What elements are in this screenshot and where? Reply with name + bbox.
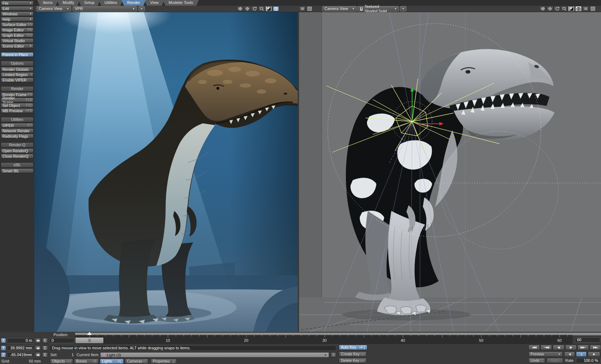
prev-key-button[interactable]: +◀◀ — [541, 345, 552, 350]
y-axis-button[interactable]: Y — [1, 345, 6, 351]
camera-icon[interactable] — [273, 6, 279, 11]
z-axis-button[interactable]: Z — [1, 352, 6, 358]
y-value-field[interactable]: 39.9992 mm — [7, 345, 34, 351]
maximize-icon[interactable] — [590, 6, 596, 11]
tab-items[interactable]: Items — [37, 0, 58, 6]
auto-key-button[interactable]: Auto Key+F1 — [339, 345, 367, 350]
go-first-frame-button[interactable]: |◀◀ — [528, 345, 540, 350]
tab-utilities[interactable]: Utilities — [99, 0, 123, 6]
tab-render[interactable]: Render — [122, 0, 146, 6]
left-viewport-view-dropdown[interactable]: Camera View ▼ — [36, 6, 71, 11]
step-back-button[interactable]: ◀|| — [553, 345, 564, 350]
sidebar-item-smart-ibl[interactable]: Smart IBL — [1, 168, 34, 173]
menu-windows[interactable]: Windows▼ — [1, 11, 34, 16]
sidebar-item-image-editor[interactable]: Image EditorF6 — [1, 28, 34, 32]
current-frame-field[interactable]: 0 — [49, 338, 74, 343]
zoom-icon[interactable] — [258, 6, 265, 11]
rotate-icon[interactable] — [554, 6, 560, 11]
maximize-icon[interactable] — [306, 6, 313, 11]
sidebar-item-mb-preview[interactable]: MB Preview+F9 — [1, 108, 34, 113]
sidebar-item-scene-editor[interactable]: Scene Editor▼ — [1, 44, 34, 48]
menu-help[interactable]: Help▼ — [1, 17, 34, 21]
sidebar-item-render-scene[interactable]: Render SceneF10 — [1, 98, 34, 102]
item-type-lights[interactable]: Lights+L — [100, 359, 124, 364]
ruler-tick — [105, 335, 106, 336]
y-stepper[interactable]: ◀▶ — [35, 345, 41, 351]
pause-button[interactable]: | | — [576, 351, 587, 357]
ruler-tick — [254, 335, 254, 336]
play-forward-button[interactable]: ▶ — [588, 351, 600, 357]
menu-icon[interactable] — [299, 6, 306, 11]
move-icon[interactable] — [547, 6, 553, 11]
menu-edit[interactable]: Edit▼ — [1, 6, 34, 11]
sidebar-item-open-renderq[interactable]: Open RenderQ — [1, 148, 34, 153]
chevron-down-icon: ▼ — [29, 17, 32, 21]
y-envelope-button[interactable]: E — [42, 345, 48, 351]
timeline-ruler[interactable]: 0 102030405060 — [75, 335, 572, 344]
left-viewport-extra-dropdown[interactable]: ▼ — [138, 6, 145, 11]
label: Graph Editor — [3, 33, 24, 38]
step-forward-button[interactable]: ||▶ — [565, 345, 577, 350]
sidebar-item-enable-viper[interactable]: Enable VIPER — [1, 78, 34, 82]
item-type-bones[interactable]: Bones+B — [74, 359, 99, 364]
preview-dropdown[interactable]: Preview ▼ — [528, 351, 563, 357]
item-list-button[interactable]: ▯ — [331, 352, 336, 358]
last-frame-field[interactable]: 60 — [575, 337, 600, 343]
shortcut: +O — [66, 359, 71, 364]
tab-view[interactable]: View — [145, 0, 165, 6]
play-reverse-button[interactable]: ◀ — [564, 351, 575, 357]
undo-button[interactable]: Undo ^Z — [528, 358, 545, 363]
ruler-tick — [419, 335, 419, 336]
x-value-field[interactable]: 0 m — [7, 338, 34, 343]
camera-icon[interactable] — [575, 6, 582, 11]
x-stepper[interactable]: ◀▶ — [35, 338, 41, 343]
z-envelope-button[interactable]: E — [42, 352, 48, 358]
tab-modeler-tools[interactable]: Modeler Tools — [163, 0, 199, 6]
left-viewport-mode-dropdown[interactable]: VPR ▼ — [73, 6, 137, 11]
z-value-field[interactable]: -65.0419mm — [7, 352, 34, 358]
frame-slider-handle[interactable]: 0 — [75, 337, 104, 344]
right-viewport-view-dropdown[interactable]: Camera View ▼ — [322, 6, 357, 11]
go-last-frame-button[interactable]: ▶▶| — [590, 345, 601, 350]
delete-key-button[interactable]: Delete Keydel — [339, 358, 367, 363]
sidebar-item-limited-region[interactable]: Limited Regionl — [1, 72, 34, 77]
rate-value-field[interactable]: 100.0 % — [576, 358, 600, 363]
fit-icon[interactable] — [265, 6, 272, 11]
sidebar-item-viper[interactable]: VIPERF7 — [1, 123, 34, 128]
sidebar-item-close-renderq[interactable]: Close RenderQ — [1, 154, 34, 158]
z-stepper[interactable]: ◀▶ — [35, 352, 41, 358]
sidebar-item-sel-object[interactable]: Sel ObjectF11 — [1, 103, 34, 108]
current-item-dropdown[interactable]: ◀ Light (3) ▼ — [100, 352, 329, 358]
redo-button[interactable]: Redo — [547, 358, 563, 363]
sidebar-item-surface-editor[interactable]: Surface EditorF5 — [1, 22, 34, 27]
next-key-button[interactable]: ▶▶+ — [577, 345, 589, 350]
x-envelope-button[interactable]: E — [42, 338, 48, 343]
sidebar-item-graph-editor[interactable]: Graph Editor^F2 — [1, 33, 34, 38]
menu-icon[interactable] — [582, 6, 589, 11]
camera-viewport-opengl[interactable] — [299, 12, 601, 332]
sidebar-item-parent-in-place[interactable]: Parent in Place — [1, 52, 34, 57]
menu-file[interactable]: File▼ — [1, 1, 34, 5]
status-bar: Drag mouse in view to move selected item… — [49, 345, 336, 351]
rotate-icon[interactable] — [251, 6, 258, 11]
fit-icon[interactable] — [568, 6, 575, 11]
create-key-button[interactable]: Create Keyret — [339, 351, 367, 357]
right-viewport-mode-dropdown[interactable]: T Textured Shaded Solid ▼ — [357, 6, 399, 11]
item-type-objects[interactable]: Objects+O — [50, 359, 73, 364]
timeline-marker-icon[interactable] — [87, 332, 92, 335]
sidebar-item-virtual-studio[interactable]: Virtual Studio — [1, 38, 34, 43]
x-axis-button[interactable]: X — [1, 338, 6, 343]
camera-viewport-vpr-render[interactable] — [34, 12, 298, 332]
sidebar-item-radiosity-flags[interactable]: Radiosity Flags — [1, 134, 34, 138]
sidebar-item-render-globals[interactable]: Render Globals — [1, 67, 34, 72]
zoom-icon[interactable] — [561, 6, 567, 11]
tab-setup[interactable]: Setup — [78, 0, 100, 6]
center-item-icon[interactable] — [539, 6, 546, 11]
item-type-cameras[interactable]: Cameras+C — [125, 359, 148, 364]
tab-modify[interactable]: Modify — [57, 0, 80, 6]
move-icon[interactable] — [244, 6, 250, 11]
item-type-properties[interactable]: Propertiesp — [151, 359, 177, 364]
sidebar-item-network-render[interactable]: Network Render — [1, 128, 34, 133]
right-viewport-extra-dropdown[interactable]: ▼ — [400, 6, 406, 11]
center-item-icon[interactable] — [237, 6, 243, 11]
